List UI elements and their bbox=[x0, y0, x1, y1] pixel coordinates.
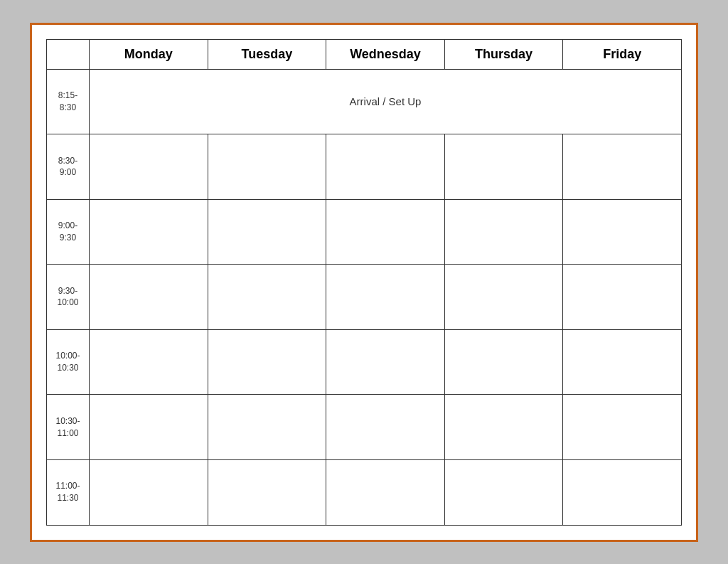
schedule-cell[interactable] bbox=[326, 199, 445, 265]
time-cell: 8:30-9:00 bbox=[47, 134, 90, 200]
schedule-cell[interactable] bbox=[444, 199, 563, 265]
time-cell: 9:00-9:30 bbox=[47, 199, 90, 265]
page-container: Monday Tuesday Wednesday Thursday Friday… bbox=[30, 23, 698, 542]
schedule-cell[interactable] bbox=[326, 329, 445, 395]
schedule-cell[interactable] bbox=[444, 329, 563, 395]
table-row: 8:30-9:00 bbox=[47, 134, 682, 200]
schedule-cell[interactable] bbox=[326, 459, 445, 525]
schedule-cell[interactable] bbox=[444, 395, 563, 460]
schedule-cell[interactable] bbox=[208, 395, 326, 460]
header-wednesday: Wednesday bbox=[326, 39, 445, 69]
schedule-cell[interactable] bbox=[563, 265, 682, 330]
schedule-cell[interactable] bbox=[90, 134, 208, 200]
schedule-table: Monday Tuesday Wednesday Thursday Friday… bbox=[46, 39, 682, 526]
header-monday: Monday bbox=[90, 39, 208, 69]
header-friday: Friday bbox=[563, 39, 682, 69]
table-row: 8:15-8:30Arrival / Set Up bbox=[47, 69, 682, 134]
schedule-cell[interactable] bbox=[208, 459, 326, 525]
schedule-cell[interactable] bbox=[326, 134, 445, 200]
schedule-cell[interactable] bbox=[563, 459, 682, 525]
schedule-cell[interactable] bbox=[444, 134, 563, 200]
schedule-cell[interactable] bbox=[208, 199, 326, 265]
schedule-cell[interactable] bbox=[563, 395, 682, 460]
table-row: 9:00-9:30 bbox=[47, 199, 682, 265]
time-cell: 11:00-11:30 bbox=[47, 459, 90, 525]
schedule-cell[interactable] bbox=[90, 199, 208, 265]
header-tuesday: Tuesday bbox=[208, 39, 326, 69]
schedule-cell[interactable] bbox=[563, 329, 682, 395]
arrival-cell: Arrival / Set Up bbox=[90, 69, 682, 134]
time-cell: 8:15-8:30 bbox=[47, 69, 90, 134]
table-row: 10:00-10:30 bbox=[47, 329, 682, 395]
schedule-cell[interactable] bbox=[90, 459, 208, 525]
schedule-cell[interactable] bbox=[444, 265, 563, 330]
schedule-cell[interactable] bbox=[563, 134, 682, 200]
table-row: 10:30-11:00 bbox=[47, 395, 682, 460]
schedule-cell[interactable] bbox=[90, 265, 208, 330]
schedule-cell[interactable] bbox=[326, 395, 445, 460]
header-time bbox=[47, 39, 90, 69]
table-row: 9:30-10:00 bbox=[47, 265, 682, 330]
schedule-cell[interactable] bbox=[90, 329, 208, 395]
schedule-cell[interactable] bbox=[208, 329, 326, 395]
time-cell: 10:00-10:30 bbox=[47, 329, 90, 395]
schedule-cell[interactable] bbox=[208, 134, 326, 200]
table-row: 11:00-11:30 bbox=[47, 459, 682, 525]
header-thursday: Thursday bbox=[444, 39, 563, 69]
time-cell: 9:30-10:00 bbox=[47, 265, 90, 330]
schedule-cell[interactable] bbox=[444, 459, 563, 525]
schedule-cell[interactable] bbox=[326, 265, 445, 330]
schedule-cell[interactable] bbox=[563, 199, 682, 265]
schedule-cell[interactable] bbox=[208, 265, 326, 330]
time-cell: 10:30-11:00 bbox=[47, 395, 90, 460]
schedule-cell[interactable] bbox=[90, 395, 208, 460]
